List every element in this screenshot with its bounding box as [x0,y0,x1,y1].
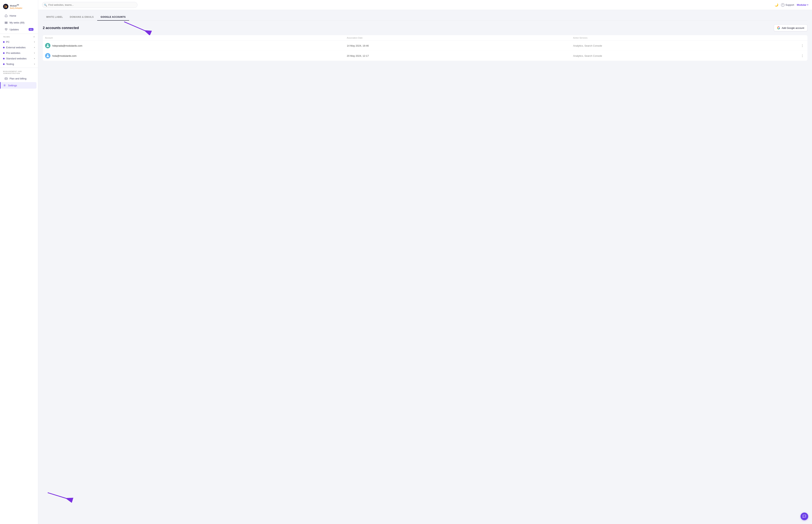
logo: ModularDS Early Adopter [0,2,38,12]
svg-rect-3 [5,22,6,22]
col-actions [799,37,805,39]
chat-button[interactable] [800,512,808,520]
annotation-arrow-2 [46,489,77,505]
nav-updates[interactable]: Updates 511 [1,26,36,33]
team-standard-websites[interactable]: Standard websites ▾ [0,56,38,61]
team-testing[interactable]: Testing ▾ [0,61,38,67]
tab-google-accounts[interactable]: GOOGLE ACCOUNTS [97,14,129,21]
management-label: MANAGEMENT AND ADMINISTRATION [0,68,38,75]
row-more-button-1[interactable]: ⋮ [799,44,805,48]
logo-icon [3,4,9,9]
settings-content: WHITE LABEL DOMAINS & EMAILS GOOGLE ACCO… [38,10,812,524]
tab-domains-emails[interactable]: DOMAINS & EMAILS [66,14,97,21]
dark-mode-icon[interactable]: 🌙 [775,3,778,7]
support-button[interactable]: ? Support [781,3,794,7]
nav-my-webs[interactable]: My webs (69) [1,19,36,26]
chevron-down-icon: ▾ [34,58,35,60]
accounts-table: Account Association Date Active Services… [43,35,808,61]
email-2: hola@modulards.com [52,54,77,57]
main-content: 🔍 🌙 ? Support Modular ▾ WHITE LABEL DOMA… [38,0,812,524]
avatar-1 [45,43,50,48]
col-services: Active Services [573,37,799,39]
team-dot-testing [3,63,4,65]
services-1: Analytics, Search Console [573,44,799,47]
svg-rect-1 [6,6,7,7]
account-cell-1: hdeprada@modulards.com [45,43,347,48]
add-google-account-button[interactable]: Add Google account [774,24,808,31]
col-date: Association Date [347,37,573,39]
table-header: Account Association Date Active Services [43,35,808,41]
add-team-button[interactable]: + [33,35,35,38]
svg-point-10 [47,44,49,46]
chevron-down-icon: ▾ [34,63,35,65]
search-input[interactable] [42,2,137,8]
nav-settings[interactable]: Settings [0,82,36,88]
team-dot-standard [3,58,4,60]
svg-rect-5 [5,23,6,24]
support-icon: ? [781,3,784,7]
chevron-down-icon: ▾ [807,4,808,6]
avatar-2 [45,53,50,59]
svg-rect-2 [4,5,5,6]
search-icon: 🔍 [44,3,47,6]
logo-name: ModularDS [10,4,22,7]
account-cell-2: hola@modulards.com [45,53,347,59]
date-1: 14 May 2024, 19:46 [347,44,573,47]
svg-rect-0 [4,6,5,7]
svg-rect-7 [5,78,7,80]
team-dot-pro [3,52,4,54]
chevron-down-icon: ▾ [34,52,35,54]
email-1: hdeprada@modulards.com [52,44,82,47]
table-row: hdeprada@modulards.com 14 May 2024, 19:4… [43,41,808,51]
col-account: Account [45,37,347,39]
svg-rect-6 [6,23,7,24]
search-wrap: 🔍 [42,2,137,8]
logo-text: ModularDS Early Adopter [10,4,22,9]
page-header: 2 accounts connected Add Google account [43,24,808,31]
updates-badge: 511 [29,28,33,31]
team-dot-pc [3,41,4,43]
svg-rect-4 [6,22,7,22]
svg-point-8 [4,85,5,86]
settings-tabs: WHITE LABEL DOMAINS & EMAILS GOOGLE ACCO… [43,14,808,21]
chevron-down-icon: ▾ [34,46,35,49]
services-2: Analytics, Search Console [573,54,799,57]
team-pro-websites[interactable]: Pro websites ▾ [0,50,38,56]
row-more-button-2[interactable]: ⋮ [799,54,805,58]
page-title: 2 accounts connected [43,26,79,30]
nav-home[interactable]: Home [1,12,36,19]
date-2: 20 May 2024, 12:17 [347,54,573,57]
tab-white-label[interactable]: WHITE LABEL [43,14,66,21]
logo-subtitle: Early Adopter [10,7,22,9]
topbar: 🔍 🌙 ? Support Modular ▾ [38,0,812,10]
chevron-down-icon: ▾ [34,41,35,43]
table-row: hola@modulards.com 20 May 2024, 12:17 An… [43,51,808,61]
svg-point-11 [47,54,49,56]
team-pc[interactable]: PC ▾ [0,39,38,45]
team-external-websites[interactable]: External websites ▾ [0,45,38,50]
teams-header: TEAMS + [0,35,38,39]
nav-plan-billing[interactable]: Plan and billing [1,75,36,82]
topbar-right: 🌙 ? Support Modular ▾ [775,3,808,7]
user-menu-button[interactable]: Modular ▾ [797,3,808,6]
sidebar: ModularDS Early Adopter Home My webs (69… [0,0,38,524]
team-dot-external [3,47,4,48]
